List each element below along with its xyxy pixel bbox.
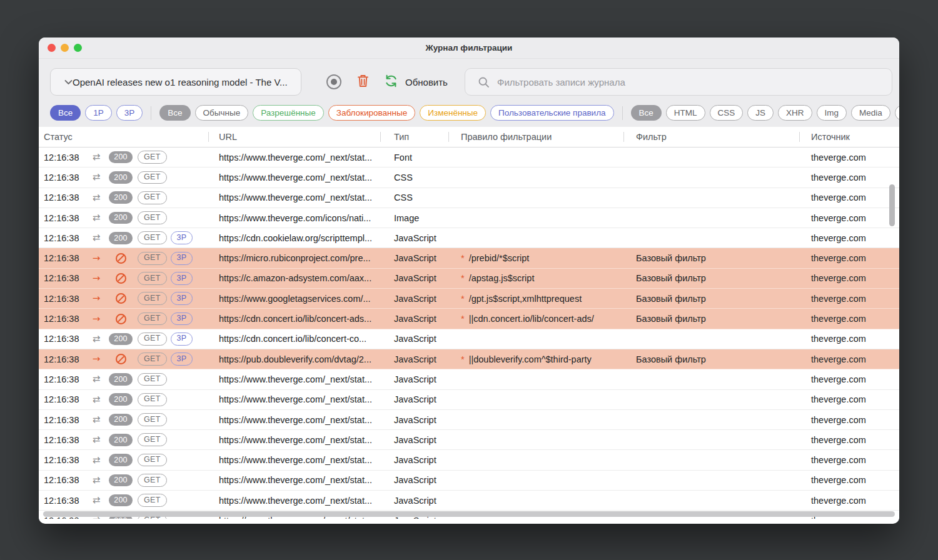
- rule-cell: */prebid/*$script: [448, 253, 623, 263]
- log-row[interactable]: 12:16:38⇄200GEThttps://www.theverge.com/…: [39, 471, 899, 491]
- log-row[interactable]: 12:16:38⇄200GEThttps://www.theverge.com/…: [39, 410, 899, 430]
- log-row[interactable]: 12:16:38⇄200GEThttps://www.theverge.com/…: [39, 450, 899, 470]
- minimize-button[interactable]: [61, 44, 69, 52]
- filter-chip-party-0[interactable]: Все: [50, 105, 81, 121]
- source-cell: theverge.com: [799, 192, 899, 202]
- method-badge: GET: [138, 373, 167, 386]
- traffic-lights: [48, 44, 82, 52]
- type-cell: JavaScript: [380, 374, 448, 384]
- request-time: 12:16:38: [44, 294, 84, 304]
- party-badge: 3P: [171, 312, 193, 326]
- blocked-arrow-icon: →: [90, 294, 103, 303]
- filter-chip-party-1[interactable]: 1P: [85, 105, 112, 121]
- request-time: 12:16:38: [44, 213, 84, 223]
- log-row[interactable]: 12:16:38⇄200GET3Phttps://cdn.cookielaw.o…: [39, 228, 899, 248]
- status-cell: 12:16:38→GET3P: [39, 352, 208, 366]
- log-row[interactable]: 12:16:38⇄200GEThttps://www.theverge.com/…: [39, 208, 899, 228]
- filter-chip-status-1[interactable]: Обычные: [195, 105, 249, 121]
- chip-group-divider: [622, 106, 623, 120]
- method-badge: GET: [138, 393, 167, 406]
- filter-chip-status-5[interactable]: Пользовательские правила: [490, 105, 614, 121]
- type-cell: JavaScript: [380, 334, 448, 344]
- url-cell: https://pub.doubleverify.com/dvtag/2...: [208, 354, 380, 364]
- method-badge: GET: [138, 171, 167, 184]
- log-row[interactable]: 12:16:38→GET3Phttps://c.amazon-adsystem.…: [39, 269, 899, 289]
- log-row[interactable]: 12:16:38⇄200GEThttps://www.theverge.com/…: [39, 148, 899, 168]
- status-slot: 200: [108, 212, 134, 224]
- filter-chip-type-5[interactable]: Img: [817, 105, 847, 121]
- status-cell: 12:16:38⇄200GET: [39, 413, 208, 426]
- filter-chip-type-3[interactable]: JS: [747, 105, 774, 121]
- status-slot: 200: [108, 414, 134, 426]
- status-slot: [108, 273, 134, 284]
- rule-text: /prebid/*$script: [469, 253, 530, 263]
- zoom-button[interactable]: [74, 44, 82, 52]
- filter-chip-type-4[interactable]: XHR: [778, 105, 812, 121]
- close-button[interactable]: [48, 44, 56, 52]
- search-input[interactable]: [497, 77, 892, 88]
- url-cell: https://www.theverge.com/_next/stat...: [208, 172, 380, 182]
- type-cell: JavaScript: [380, 455, 448, 465]
- filter-cell: Базовый фильтр: [623, 354, 799, 364]
- request-time: 12:16:38: [44, 455, 84, 465]
- request-time: 12:16:38: [44, 253, 84, 263]
- status-cell: 12:16:38⇄200GET: [39, 494, 208, 507]
- status-code-badge: 200: [109, 373, 132, 386]
- tab-selector-dropdown[interactable]: OpenAI releases new o1 reasoning model -…: [50, 68, 301, 96]
- filter-chip-status-0[interactable]: Все: [159, 105, 190, 121]
- type-cell: CSS: [380, 172, 448, 182]
- log-row[interactable]: 12:16:38⇄200GET3Phttps://cdn.concert.io/…: [39, 329, 899, 349]
- blocked-arrow-icon: →: [90, 314, 103, 324]
- redirect-icon: ⇄: [90, 334, 103, 344]
- column-header-rule: Правило фильтрации: [448, 132, 623, 142]
- filter-chip-type-7[interactable]: Прочее: [895, 105, 899, 121]
- vertical-scrollbar-thumb[interactable]: [889, 184, 895, 226]
- log-row[interactable]: 12:16:38⇄200GEThttps://www.theverge.com/…: [39, 168, 899, 188]
- horizontal-scrollbar-thumb[interactable]: [43, 511, 895, 517]
- rule-cell: *||doubleverify.com^$third-party: [448, 354, 623, 364]
- filter-cell: Базовый фильтр: [623, 294, 799, 304]
- log-row[interactable]: 12:16:38→GET3Phttps://micro.rubiconproje…: [39, 248, 899, 268]
- filter-chip-type-1[interactable]: HTML: [666, 105, 705, 121]
- filter-chip-status-3[interactable]: Заблокированные: [328, 105, 415, 121]
- status-cell: 12:16:38⇄200GET3P: [39, 332, 208, 346]
- log-row[interactable]: 12:16:38⇄200GEThttps://www.theverge.com/…: [39, 188, 899, 208]
- titlebar: Журнал фильтрации: [39, 38, 899, 59]
- source-cell: theverge.com: [799, 374, 899, 384]
- status-code-badge: 200: [109, 212, 132, 224]
- refresh-label: Обновить: [405, 77, 448, 88]
- log-row[interactable]: 12:16:38⇄200GEThttps://www.theverge.com/…: [39, 390, 899, 410]
- blocked-icon: [116, 314, 126, 324]
- log-row[interactable]: 12:16:38→GET3Phttps://pub.doubleverify.c…: [39, 349, 899, 369]
- blocked-icon: [116, 354, 126, 364]
- filter-chip-type-2[interactable]: CSS: [710, 105, 744, 121]
- party-badge: 3P: [171, 252, 193, 265]
- chip-group-divider: [151, 106, 151, 120]
- filter-chip-status-4[interactable]: Изменённые: [420, 105, 486, 121]
- log-row[interactable]: 12:16:38⇄200GEThttps://www.theverge.com/…: [39, 430, 899, 450]
- refresh-button[interactable]: Обновить: [383, 73, 448, 91]
- log-row[interactable]: 12:16:38→GET3Phttps://www.googletagservi…: [39, 289, 899, 309]
- log-row[interactable]: 12:16:38→GET3Phttps://cdn.concert.io/lib…: [39, 309, 899, 329]
- filter-chip-party-2[interactable]: 3P: [116, 105, 143, 121]
- log-row[interactable]: 12:16:38⇄200GEThttps://www.theverge.com/…: [39, 491, 899, 511]
- record-button[interactable]: [326, 74, 341, 89]
- rule-cell: *||cdn.concert.io/lib/concert-ads/: [448, 314, 623, 324]
- status-code-badge: 200: [109, 434, 132, 446]
- type-cell: JavaScript: [380, 415, 448, 425]
- request-time: 12:16:38: [44, 172, 84, 182]
- source-cell: theverge.com: [799, 213, 899, 223]
- log-row[interactable]: 12:16:38⇄200GEThttps://www.theverge.com/…: [39, 369, 899, 389]
- redirect-icon: ⇄: [90, 435, 103, 444]
- method-badge: GET: [138, 231, 167, 244]
- source-cell: theverge.com: [799, 354, 899, 364]
- filter-chip-type-6[interactable]: Media: [851, 105, 890, 121]
- tab-selector-value: OpenAI releases new o1 reasoning model -…: [73, 77, 301, 88]
- status-slot: 200: [108, 454, 134, 466]
- rule-text: /gpt.js$script,xmlhttprequest: [469, 294, 582, 304]
- clear-log-button[interactable]: [356, 74, 370, 90]
- filter-chip-status-2[interactable]: Разрешённые: [253, 105, 324, 121]
- status-code-badge: 200: [109, 414, 132, 426]
- filter-chip-type-0[interactable]: Все: [631, 105, 662, 121]
- redirect-icon: ⇄: [90, 395, 103, 404]
